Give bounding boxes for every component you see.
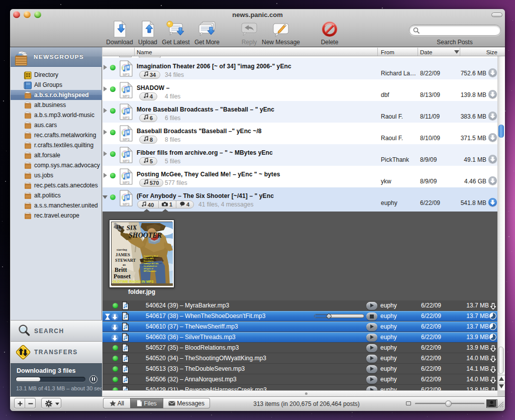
svg-text:MP3: MP3 [123, 138, 130, 141]
svg-text:MP3: MP3 [123, 73, 130, 76]
svg-text:SIX: SIX [126, 224, 137, 232]
svg-text:STEWART: STEWART [115, 258, 136, 263]
svg-text:MP3: MP3 [123, 94, 130, 98]
svg-text:The: The [116, 224, 124, 230]
svg-text:MP3: MP3 [123, 202, 130, 206]
svg-text:MP3 Hardware: MP3 Hardware [144, 270, 156, 272]
svg-text:SHOOTER: SHOOTER [129, 232, 162, 239]
svg-text:files in MP3: files in MP3 [144, 258, 154, 260]
svg-text:starring: starring [117, 248, 127, 251]
svg-text:OLDTIME RADIO IN MP3: OLDTIME RADIO IN MP3 [113, 280, 153, 283]
svg-text:Britt: Britt [115, 266, 127, 273]
svg-text:all types of: all types of [144, 268, 154, 270]
svg-text:Containing 39 of: Containing 39 of [144, 255, 158, 257]
svg-text:MP3: MP3 [123, 159, 130, 163]
svg-text:MP3: MP3 [123, 116, 130, 120]
svg-text:Ponset: Ponset [114, 273, 131, 280]
svg-text:MP3: MP3 [123, 181, 130, 184]
svg-text:128kbps 44.1 kHz: 128kbps 44.1 kHz [144, 263, 159, 265]
svg-text:JAMES: JAMES [116, 252, 130, 257]
svg-text:for playback on: for playback on [144, 265, 157, 267]
svg-text:Encoded in: Encoded in [144, 260, 153, 262]
